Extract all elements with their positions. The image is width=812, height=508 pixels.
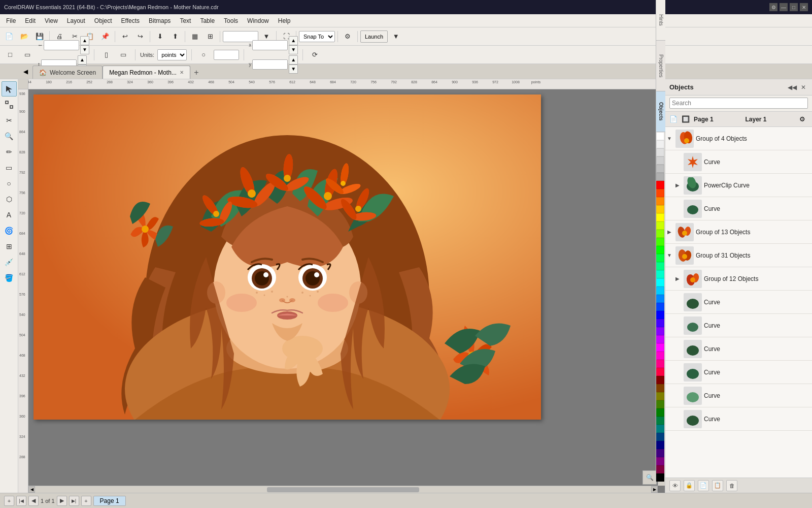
width-up-btn[interactable]: ▲ bbox=[80, 36, 89, 45]
welcome-tab[interactable]: 🏠 Welcome Screen bbox=[32, 66, 103, 79]
pattern-tool[interactable]: ⊞ bbox=[2, 239, 17, 254]
palette-color-swatch[interactable] bbox=[656, 213, 664, 221]
expand-panel-btn[interactable]: ◀◀ bbox=[788, 83, 797, 92]
layer-settings-btn[interactable]: ⚙ bbox=[797, 114, 808, 125]
outline-icon[interactable]: ○ bbox=[196, 48, 211, 62]
wireframe-btn[interactable]: ⊞ bbox=[203, 29, 217, 44]
page-width-input[interactable]: 1,400.0 pt bbox=[44, 40, 79, 50]
layer-vis-btn[interactable]: 👁 bbox=[669, 480, 681, 491]
objects-list-item[interactable]: ▼ Group of 31 Objects bbox=[665, 244, 812, 267]
page-tab[interactable]: Page 1 bbox=[93, 496, 126, 506]
palette-color-swatch[interactable] bbox=[656, 417, 664, 425]
menu-item-bitmaps[interactable]: Bitmaps bbox=[145, 16, 175, 25]
menu-item-edit[interactable]: Edit bbox=[21, 16, 40, 25]
palette-color-swatch[interactable] bbox=[656, 156, 664, 165]
objects-list-item[interactable]: ▶ PowerClip Curve bbox=[665, 174, 812, 197]
redo-button[interactable]: ↪ bbox=[133, 29, 147, 44]
objects-list-item[interactable]: Curve bbox=[665, 407, 812, 431]
freehand-tool[interactable]: ✏ bbox=[2, 144, 17, 160]
menu-item-tools[interactable]: Tools bbox=[220, 16, 242, 25]
polygon-tool[interactable]: ⬡ bbox=[2, 192, 17, 207]
palette-color-swatch[interactable] bbox=[656, 343, 664, 352]
palette-color-swatch[interactable] bbox=[656, 140, 664, 148]
portrait-btn[interactable]: ▯ bbox=[99, 48, 113, 62]
zoom-tool[interactable]: 🔍 bbox=[2, 129, 17, 144]
fill-tool[interactable]: 🪣 bbox=[2, 270, 17, 285]
height-up-btn[interactable]: ▲ bbox=[78, 55, 87, 65]
palette-color-swatch[interactable] bbox=[656, 270, 664, 278]
y-down-btn[interactable]: ▼ bbox=[289, 65, 298, 74]
expand-btn[interactable]: ▼ bbox=[665, 135, 673, 143]
transform-btn[interactable]: ⟳ bbox=[308, 48, 322, 62]
ellipse-tool[interactable]: ○ bbox=[2, 176, 17, 191]
launch-button[interactable]: Launch bbox=[360, 30, 388, 43]
palette-color-swatch[interactable] bbox=[656, 376, 664, 384]
close-panel-btn[interactable]: ✕ bbox=[799, 83, 808, 92]
settings-icon[interactable]: ⚙ bbox=[769, 3, 777, 11]
x-input[interactable]: 15.0 pt bbox=[252, 40, 288, 50]
objects-list-item[interactable]: ▶ Group of 13 Objects bbox=[665, 220, 812, 244]
open-button[interactable]: 📂 bbox=[17, 29, 31, 44]
palette-color-swatch[interactable] bbox=[656, 457, 664, 465]
palette-color-swatch[interactable] bbox=[656, 165, 664, 173]
expand-btn[interactable]: ▶ bbox=[673, 275, 682, 283]
export-button[interactable]: ⬆ bbox=[168, 29, 182, 44]
properties-tab[interactable]: Properties bbox=[656, 41, 665, 91]
palette-color-swatch[interactable] bbox=[656, 441, 664, 449]
zoom-info-btn[interactable]: 🔍 bbox=[642, 470, 657, 485]
palette-color-swatch[interactable] bbox=[656, 319, 664, 327]
spiral-tool[interactable]: 🌀 bbox=[2, 223, 17, 238]
palette-color-swatch[interactable] bbox=[656, 189, 664, 197]
palette-color-swatch[interactable] bbox=[656, 173, 664, 181]
add-tab-button[interactable]: + bbox=[190, 67, 202, 79]
palette-color-swatch[interactable] bbox=[656, 465, 664, 473]
canvas-area[interactable]: 144 180 216 252 288 324 360 396 432 468 … bbox=[18, 79, 665, 493]
palette-color-swatch[interactable] bbox=[656, 221, 664, 230]
units-select[interactable]: points bbox=[157, 49, 187, 60]
last-page-btn[interactable]: ▶| bbox=[69, 496, 79, 506]
undo-button[interactable]: ↩ bbox=[118, 29, 132, 44]
palette-color-swatch[interactable] bbox=[656, 352, 664, 360]
palette-color-swatch[interactable] bbox=[656, 205, 664, 213]
import-button[interactable]: ⬇ bbox=[153, 29, 167, 44]
x-up-btn[interactable]: ▲ bbox=[289, 36, 298, 45]
menu-item-layout[interactable]: Layout bbox=[63, 16, 89, 25]
palette-color-swatch[interactable] bbox=[656, 408, 664, 417]
palette-color-swatch[interactable] bbox=[656, 254, 664, 262]
expand-btn[interactable]: ▶ bbox=[673, 181, 682, 189]
palette-color-swatch[interactable] bbox=[656, 368, 664, 376]
objects-list-item[interactable]: ▶ Group of 12 Objects bbox=[665, 267, 812, 291]
objects-list-item[interactable]: ▼ Group of 4 Objects bbox=[665, 127, 812, 150]
palette-color-swatch[interactable] bbox=[656, 181, 664, 189]
palette-color-swatch[interactable] bbox=[656, 262, 664, 270]
menu-item-window[interactable]: Window bbox=[243, 16, 273, 25]
palette-color-swatch[interactable] bbox=[656, 148, 664, 156]
delete-layer-btn[interactable]: 🗑 bbox=[726, 480, 737, 491]
palette-color-swatch[interactable] bbox=[656, 287, 664, 295]
palette-color-swatch[interactable] bbox=[656, 303, 664, 311]
eyedropper-tool[interactable]: 💉 bbox=[2, 255, 17, 270]
palette-color-swatch[interactable] bbox=[656, 425, 664, 433]
landscape-btn[interactable]: ▭ bbox=[116, 48, 130, 62]
scroll-left-btn[interactable]: ◀ bbox=[28, 486, 35, 493]
y-up-btn[interactable]: ▲ bbox=[289, 55, 298, 65]
menu-item-view[interactable]: View bbox=[41, 16, 62, 25]
page-size-icon[interactable]: □ bbox=[3, 48, 17, 62]
rectangle-tool[interactable]: ▭ bbox=[2, 160, 17, 175]
hints-tab[interactable]: Hints bbox=[656, 0, 665, 41]
palette-color-swatch[interactable] bbox=[656, 360, 664, 368]
palette-color-swatch[interactable] bbox=[656, 335, 664, 343]
expand-btn[interactable]: ▼ bbox=[665, 251, 673, 260]
objects-list-item[interactable]: Curve bbox=[665, 197, 812, 220]
settings-btn[interactable]: ⚙ bbox=[341, 29, 355, 44]
objects-list-item[interactable]: Curve bbox=[665, 384, 812, 407]
palette-color-swatch[interactable] bbox=[656, 278, 664, 287]
palette-color-swatch[interactable] bbox=[656, 311, 664, 319]
menu-item-text[interactable]: Text bbox=[176, 16, 195, 25]
launch-dropdown[interactable]: ▼ bbox=[389, 29, 403, 44]
palette-color-swatch[interactable] bbox=[656, 132, 664, 140]
tab-scroll-left[interactable]: ◀ bbox=[18, 65, 32, 79]
file-tab[interactable]: Megan Redmon - Moth... ✕ bbox=[103, 66, 190, 79]
select-tool[interactable] bbox=[2, 81, 17, 97]
objects-list-item[interactable]: Curve bbox=[665, 150, 812, 174]
